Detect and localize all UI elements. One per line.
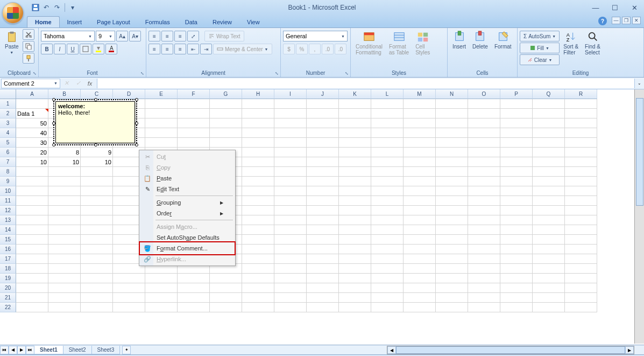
cell[interactable] <box>371 245 404 254</box>
cell[interactable] <box>404 177 436 186</box>
cell[interactable] <box>274 118 307 128</box>
cell[interactable] <box>404 254 436 264</box>
row-header[interactable]: 9 <box>0 177 16 186</box>
cell[interactable] <box>500 225 533 235</box>
cell[interactable] <box>500 254 533 264</box>
cell[interactable] <box>404 99 436 109</box>
column-header[interactable]: P <box>500 89 533 99</box>
cell[interactable] <box>16 303 48 312</box>
cell[interactable] <box>468 206 500 215</box>
merge-center-button[interactable]: Merge & Center▼ <box>213 44 272 54</box>
cell[interactable] <box>565 274 597 283</box>
cell[interactable] <box>371 235 404 245</box>
cell[interactable] <box>404 245 436 254</box>
cell[interactable] <box>500 138 533 148</box>
increase-decimal-button[interactable]: .0 <box>322 44 334 54</box>
row-header[interactable]: 10 <box>0 186 16 196</box>
cell[interactable] <box>565 157 597 167</box>
cell[interactable] <box>565 138 597 148</box>
cell[interactable] <box>145 138 178 148</box>
cancel-formula-button[interactable]: ✕ <box>61 79 71 88</box>
cell[interactable] <box>404 128 436 138</box>
cell[interactable] <box>242 167 274 177</box>
cell[interactable] <box>307 138 339 148</box>
cell[interactable] <box>404 215 436 225</box>
cell[interactable] <box>371 148 404 157</box>
cell[interactable] <box>404 186 436 196</box>
row-header[interactable]: 2 <box>0 109 16 118</box>
cell[interactable] <box>468 118 500 128</box>
cell[interactable] <box>436 128 468 138</box>
column-header[interactable]: B <box>48 89 81 99</box>
clear-button[interactable]: Clear▼ <box>520 54 560 65</box>
menu-item[interactable]: 🪣Format Comment... <box>140 243 234 254</box>
cell[interactable] <box>242 235 274 245</box>
cell[interactable] <box>178 109 210 118</box>
cell[interactable] <box>468 225 500 235</box>
cell[interactable] <box>533 293 565 303</box>
cell[interactable] <box>16 225 48 235</box>
cell[interactable] <box>242 157 274 167</box>
cell[interactable] <box>500 118 533 128</box>
cell[interactable] <box>242 283 274 293</box>
row-header[interactable]: 20 <box>0 283 16 293</box>
cell[interactable] <box>371 186 404 196</box>
cell[interactable] <box>371 283 404 293</box>
row-header[interactable]: 18 <box>0 264 16 274</box>
cell[interactable] <box>533 245 565 254</box>
cell[interactable] <box>533 264 565 274</box>
wrap-text-button[interactable]: Wrap Text <box>204 31 244 41</box>
cell[interactable] <box>210 283 242 293</box>
cell[interactable] <box>242 274 274 283</box>
cell[interactable] <box>307 274 339 283</box>
cell[interactable] <box>339 293 371 303</box>
column-header[interactable]: E <box>145 89 178 99</box>
align-top-button[interactable]: ≡ <box>148 31 160 41</box>
cell[interactable] <box>371 254 404 264</box>
font-dialog-launcher[interactable]: ⤡ <box>139 71 145 76</box>
accounting-button[interactable]: $ <box>283 44 295 54</box>
cell[interactable] <box>242 128 274 138</box>
cut-button[interactable] <box>23 29 34 40</box>
cell[interactable] <box>533 274 565 283</box>
column-header[interactable]: Q <box>533 89 565 99</box>
cell[interactable] <box>274 274 307 283</box>
cell[interactable] <box>533 128 565 138</box>
cell[interactable] <box>533 303 565 312</box>
cell[interactable] <box>468 109 500 118</box>
cell[interactable] <box>371 215 404 225</box>
cell[interactable] <box>468 303 500 312</box>
sheet-nav-first[interactable]: ⏮ <box>0 346 9 354</box>
column-header[interactable]: F <box>178 89 210 99</box>
cell[interactable] <box>242 225 274 235</box>
cell[interactable] <box>274 99 307 109</box>
cell[interactable] <box>404 293 436 303</box>
cell[interactable] <box>210 118 242 128</box>
cell[interactable] <box>371 274 404 283</box>
cell[interactable] <box>468 167 500 177</box>
cell[interactable] <box>371 128 404 138</box>
tab-insert[interactable]: Insert <box>60 17 90 27</box>
mdi-minimize[interactable]: — <box>612 17 620 24</box>
cell[interactable] <box>48 274 81 283</box>
cell[interactable] <box>371 99 404 109</box>
cell[interactable] <box>210 293 242 303</box>
find-select-button[interactable]: Find & Select <box>582 29 603 57</box>
qat-customize-icon[interactable]: ▾ <box>68 3 77 12</box>
cell[interactable] <box>565 254 597 264</box>
tab-data[interactable]: Data <box>178 17 205 27</box>
cell[interactable] <box>48 215 81 225</box>
cell[interactable] <box>145 109 178 118</box>
cell[interactable] <box>16 254 48 264</box>
cell[interactable] <box>371 109 404 118</box>
cell[interactable] <box>81 177 113 186</box>
cell[interactable] <box>371 206 404 215</box>
cell[interactable] <box>81 303 113 312</box>
cell[interactable] <box>242 303 274 312</box>
cell[interactable] <box>307 118 339 128</box>
cell[interactable] <box>404 138 436 148</box>
cell[interactable] <box>404 196 436 206</box>
tab-formulas[interactable]: Formulas <box>138 17 178 27</box>
sheet-nav-prev[interactable]: ◀ <box>9 346 17 354</box>
cell[interactable] <box>307 148 339 157</box>
